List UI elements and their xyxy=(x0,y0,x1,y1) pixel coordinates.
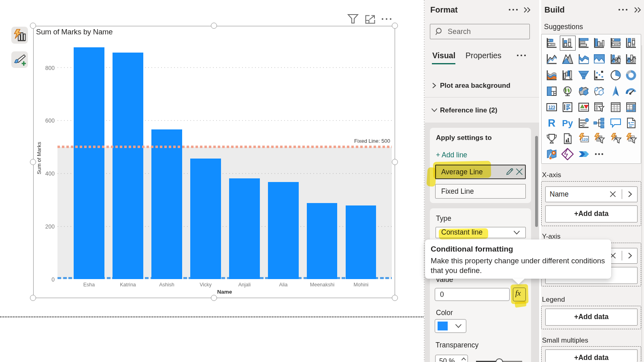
svg-text:Py: Py xyxy=(562,118,574,128)
svg-text:123: 123 xyxy=(548,105,555,110)
svg-text:123: 123 xyxy=(582,138,588,142)
svg-text:R: R xyxy=(548,117,556,129)
